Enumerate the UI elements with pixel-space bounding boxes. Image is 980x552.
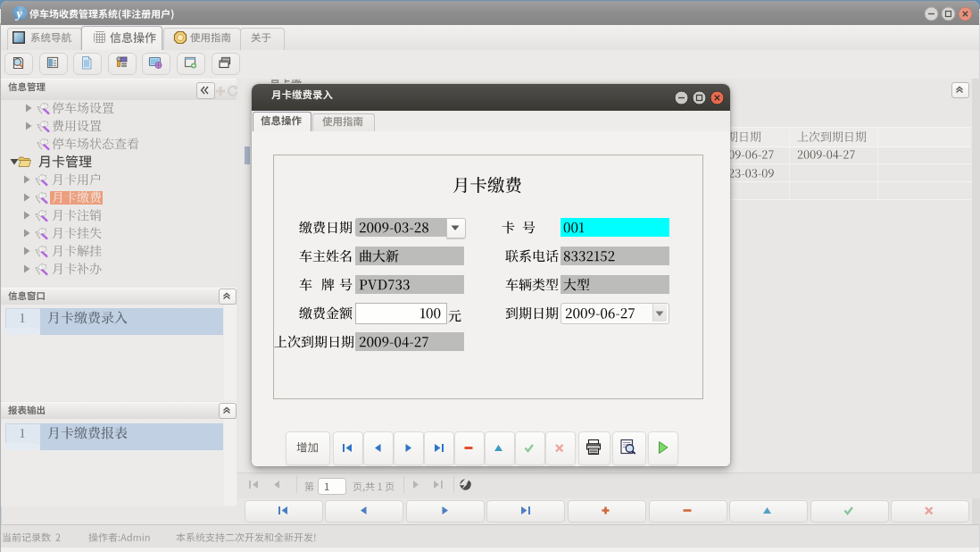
svg-text:y: y (14, 7, 22, 21)
